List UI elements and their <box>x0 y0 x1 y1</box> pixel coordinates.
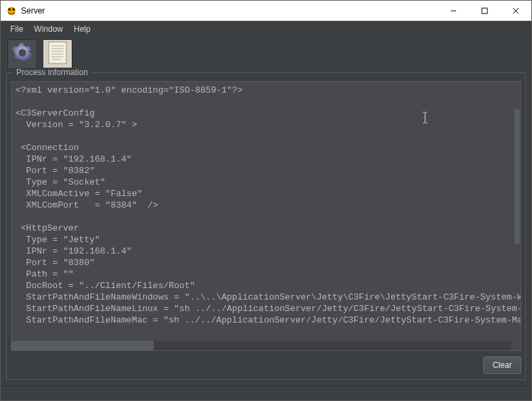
window-title: Server <box>21 6 45 16</box>
group-title: Process information <box>14 68 91 77</box>
process-output-pane: <?xml version="1.0" encoding="ISO-8859-1… <box>11 81 521 351</box>
button-row: Clear <box>11 351 521 374</box>
content-area: Process information <?xml version="1.0" … <box>1 72 531 385</box>
svg-rect-4 <box>482 8 487 14</box>
horizontal-scrollbar-thumb[interactable] <box>12 341 154 350</box>
svg-point-2 <box>12 8 15 11</box>
svg-rect-7 <box>49 42 66 64</box>
vertical-scrollbar-thumb[interactable] <box>514 109 520 244</box>
close-button[interactable] <box>500 1 531 20</box>
app-icon <box>6 5 17 16</box>
clear-button[interactable]: Clear <box>483 356 521 374</box>
document-icon <box>47 41 68 68</box>
maximize-button[interactable] <box>469 1 500 20</box>
gear-icon <box>11 41 34 67</box>
process-output-text[interactable]: <?xml version="1.0" encoding="ISO-8859-1… <box>12 82 520 341</box>
app-window: Server File Window Help <box>0 0 532 401</box>
document-button[interactable] <box>43 39 72 69</box>
titlebar: Server <box>1 1 531 21</box>
window-controls <box>438 1 531 20</box>
process-information-group: Process information <?xml version="1.0" … <box>6 72 526 380</box>
menu-file[interactable]: File <box>5 23 28 35</box>
menu-window[interactable]: Window <box>28 23 68 35</box>
horizontal-scrollbar[interactable] <box>12 341 511 350</box>
settings-button[interactable] <box>7 39 37 69</box>
svg-point-1 <box>8 8 11 11</box>
minimize-button[interactable] <box>438 1 469 20</box>
vertical-scrollbar[interactable] <box>511 82 520 341</box>
statusbar <box>1 385 531 400</box>
menu-help[interactable]: Help <box>68 23 96 35</box>
menubar: File Window Help <box>1 21 531 37</box>
